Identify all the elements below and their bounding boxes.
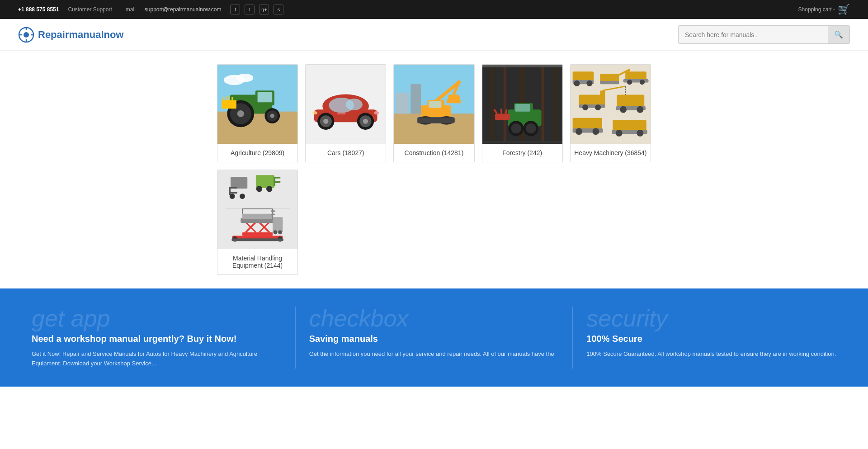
material-label: Material Handling Equipment (2144) [217, 249, 297, 274]
svg-point-1 [24, 32, 29, 38]
construction-image [394, 65, 474, 144]
category-forestry[interactable]: Forestry (242) [482, 64, 563, 162]
svg-rect-50 [418, 118, 454, 123]
forestry-label: Forestry (242) [482, 144, 562, 162]
footer-watermark-1: get app [32, 307, 282, 330]
svg-point-95 [592, 128, 599, 135]
svg-point-99 [637, 130, 643, 137]
svg-point-98 [616, 130, 623, 137]
heavy-label: Heavy Machinery (36854) [571, 144, 651, 162]
logo-area[interactable]: Repairmanualnow [18, 27, 123, 43]
svg-rect-127 [271, 210, 275, 212]
logo-text: Repairmanualnow [38, 29, 123, 41]
svg-point-105 [230, 194, 235, 199]
svg-rect-19 [222, 100, 236, 109]
logo-icon [18, 27, 34, 43]
svg-point-86 [582, 104, 588, 110]
social-icons: f t g+ s [230, 5, 283, 14]
svg-point-90 [620, 106, 627, 113]
material-image [217, 170, 297, 249]
svg-point-67 [526, 123, 536, 133]
google-plus-icon[interactable]: g+ [259, 5, 269, 14]
customer-support-label: Customer Support [68, 6, 112, 13]
svg-rect-121 [242, 214, 273, 219]
footer-text-2: Get the information you need for all you… [309, 350, 559, 359]
svg-point-28 [346, 99, 363, 110]
svg-rect-109 [274, 177, 280, 179]
svg-rect-104 [229, 192, 237, 194]
main-content: Agriculture (29809) [208, 64, 660, 275]
category-construction[interactable]: Construction (14281) [393, 64, 474, 162]
svg-point-130 [278, 230, 282, 234]
category-heavy[interactable]: Heavy Machinery (36854) [570, 64, 651, 162]
cars-label: Cars (18027) [306, 144, 386, 162]
svg-point-31 [323, 119, 328, 124]
support-email: support@repairmanualnow.com [145, 6, 222, 13]
svg-rect-52 [491, 67, 494, 141]
shopping-cart-icon[interactable]: 🛒 [838, 4, 850, 15]
skype-icon[interactable]: s [274, 5, 283, 14]
search-bar[interactable]: 🔍 [678, 25, 850, 44]
twitter-icon[interactable]: t [245, 5, 255, 14]
category-agriculture[interactable]: Agriculture (29809) [217, 64, 298, 162]
header: Repairmanualnow 🔍 [0, 19, 868, 51]
cars-image [306, 65, 386, 144]
svg-rect-110 [274, 181, 280, 183]
footer-heading-1: Need a workshop manual urgently? Buy it … [32, 334, 282, 344]
svg-point-112 [266, 186, 272, 192]
agriculture-label: Agriculture (29809) [217, 144, 297, 162]
svg-point-91 [637, 106, 643, 113]
facebook-icon[interactable]: f [230, 5, 240, 14]
categories-row1: Agriculture (29809) [217, 64, 651, 162]
svg-rect-120 [241, 218, 274, 222]
svg-rect-60 [495, 113, 510, 120]
footer-col-2: checkbox Saving manuals Get the informat… [296, 307, 573, 369]
construction-label: Construction (14281) [394, 144, 474, 162]
svg-point-106 [240, 194, 245, 199]
svg-rect-103 [229, 187, 237, 189]
svg-point-71 [574, 80, 580, 86]
svg-rect-46 [429, 101, 442, 108]
svg-rect-12 [258, 92, 273, 102]
categories-row2: Material Handling Equipment (2144) [217, 170, 651, 275]
svg-point-111 [256, 186, 262, 192]
forestry-image [482, 65, 562, 144]
top-bar-left: +1 888 575 8551 Customer Support mail su… [18, 5, 283, 14]
svg-point-72 [586, 80, 592, 86]
svg-rect-128 [271, 214, 275, 215]
category-cars[interactable]: Cars (18027) [305, 64, 386, 162]
footer-text-1: Get it Now! Repair and Service Manuals f… [32, 350, 282, 369]
footer-text-3: 100% Secure Guaranteed. All workshop man… [586, 350, 836, 359]
phone-number: +1 888 575 8551 [18, 6, 59, 13]
category-material[interactable]: Material Handling Equipment (2144) [217, 170, 298, 275]
svg-point-87 [595, 104, 601, 110]
svg-point-15 [237, 110, 244, 117]
svg-rect-41 [411, 84, 421, 113]
footer-section: get app Need a workshop manual urgently?… [0, 288, 868, 387]
svg-rect-59 [515, 104, 530, 112]
search-button[interactable]: 🔍 [828, 26, 849, 43]
svg-rect-101 [231, 177, 247, 189]
svg-rect-114 [242, 232, 273, 236]
shopping-cart-label: Shopping cart - [798, 6, 835, 13]
svg-point-129 [274, 230, 278, 234]
mail-label: mail [126, 6, 136, 13]
heavy-image [571, 65, 651, 144]
svg-point-9 [236, 74, 253, 82]
footer-heading-2: Saving manuals [309, 334, 559, 344]
svg-point-94 [576, 128, 582, 135]
svg-point-79 [627, 80, 632, 85]
svg-rect-56 [554, 67, 557, 141]
agriculture-image [217, 65, 297, 144]
footer-heading-3: 100% Secure [586, 334, 836, 344]
svg-rect-82 [600, 90, 605, 106]
search-input[interactable] [679, 27, 828, 43]
svg-rect-76 [600, 81, 619, 84]
svg-rect-55 [541, 67, 544, 141]
footer-watermark-3: security [586, 307, 836, 330]
svg-point-18 [270, 113, 274, 118]
svg-rect-53 [503, 67, 506, 141]
footer-watermark-2: checkbox [309, 307, 559, 330]
top-bar-right: Shopping cart - 🛒 [798, 4, 850, 15]
svg-rect-35 [337, 113, 346, 115]
